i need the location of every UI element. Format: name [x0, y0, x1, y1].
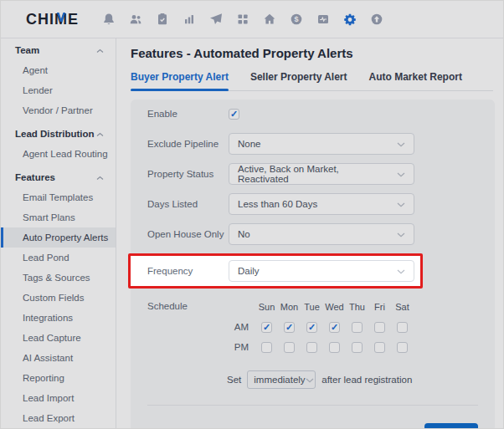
settings-sidebar: Team Agent Lender Vendor / Partner Lead …: [1, 38, 116, 428]
sidebar-section-features[interactable]: Features: [1, 167, 116, 187]
form-row-property-status: Property Status Active, Back on Market, …: [147, 163, 478, 185]
chime-logo[interactable]: CHIME: [26, 11, 79, 28]
chevron-up-icon: [96, 129, 104, 139]
item-label: Tags & Sources: [23, 273, 90, 283]
chevron-down-icon: [397, 169, 405, 179]
sidebar-item-email-templates[interactable]: Email Templates: [1, 187, 116, 207]
item-label: Lead Capture: [23, 333, 81, 343]
bar-chart-icon[interactable]: [183, 13, 196, 26]
pm-wed-checkbox[interactable]: [329, 342, 340, 353]
enable-label: Enable: [147, 109, 229, 119]
form-row-exclude-pipeline: Exclude Pipeline None: [147, 133, 478, 155]
days-listed-select[interactable]: Less than 60 Days: [229, 193, 414, 215]
item-label: Auto Property Alerts: [23, 232, 108, 243]
pm-sat-checkbox[interactable]: [397, 342, 408, 353]
gear-icon[interactable]: [343, 13, 357, 26]
days-listed-label: Days Listed: [147, 199, 229, 209]
sidebar-item-lead-import[interactable]: Lead Import: [1, 388, 116, 408]
am-fri-checkbox[interactable]: [374, 322, 385, 333]
sidebar-item-agent[interactable]: Agent: [1, 60, 116, 80]
dollar-icon[interactable]: $: [290, 13, 303, 26]
am-sun-checkbox[interactable]: [261, 322, 272, 333]
item-label: Lead Import: [23, 393, 74, 403]
am-tue-checkbox[interactable]: [306, 322, 317, 333]
pm-sun-checkbox[interactable]: [261, 342, 272, 353]
footer-divider: [147, 405, 478, 406]
sidebar-item-lead-pond[interactable]: Lead Pond: [1, 248, 116, 268]
apply-button[interactable]: Apply: [424, 423, 478, 429]
form-row-days-listed: Days Listed Less than 60 Days: [147, 193, 478, 215]
sidebar-item-reporting[interactable]: Reporting: [1, 368, 116, 388]
property-status-select[interactable]: Active, Back on Market, Reactivated: [229, 163, 414, 185]
dashboard-icon[interactable]: [236, 13, 249, 26]
sidebar-item-agent-lead-routing[interactable]: Agent Lead Routing: [1, 144, 116, 164]
am-wed-checkbox[interactable]: [329, 322, 340, 333]
chevron-down-icon: [397, 139, 405, 149]
selected-value: No: [238, 229, 250, 239]
send-icon[interactable]: [209, 13, 223, 26]
open-house-only-select[interactable]: No: [229, 223, 414, 245]
section-label: Lead Distribution: [15, 129, 95, 139]
item-label: Agent: [23, 65, 48, 75]
schedule-am-row: AM: [229, 317, 414, 337]
selected-value: Active, Back on Market, Reactivated: [238, 164, 392, 184]
frequency-label: Frequency: [147, 266, 229, 276]
set-prefix-text: Set: [227, 375, 241, 385]
bell-icon[interactable]: [102, 13, 116, 26]
day-header-sat: Sat: [391, 302, 414, 312]
chevron-up-icon: [96, 45, 104, 55]
selected-value: Daily: [238, 266, 260, 276]
item-label: Smart Plans: [23, 212, 75, 222]
sidebar-item-custom-fields[interactable]: Custom Fields: [1, 288, 116, 308]
sidebar-item-auto-property-alerts[interactable]: Auto Property Alerts: [1, 227, 116, 248]
item-label: Integrations: [23, 313, 73, 323]
home-icon[interactable]: [263, 13, 276, 26]
item-label: AI Assistant: [23, 353, 73, 363]
item-label: Lead Export: [23, 413, 75, 423]
sidebar-item-lead-capture[interactable]: Lead Capture: [1, 328, 116, 348]
sidebar-section-team[interactable]: Team: [1, 40, 116, 60]
sidebar-item-vendor-partner[interactable]: Vendor / Partner: [1, 100, 116, 120]
tasks-icon[interactable]: [156, 13, 169, 26]
sidebar-item-tags-sources[interactable]: Tags & Sources: [1, 268, 116, 288]
day-header-mon: Mon: [278, 302, 301, 312]
am-row-label: AM: [229, 322, 249, 332]
schedule-grid: Sun Mon Tue Wed Thu Fri Sat AM: [229, 297, 414, 357]
sidebar-section-lead-distribution[interactable]: Lead Distribution: [1, 124, 116, 144]
enable-checkbox[interactable]: [229, 109, 239, 120]
activity-icon[interactable]: [316, 13, 330, 26]
svg-text:$: $: [295, 15, 299, 23]
day-header-fri: Fri: [368, 302, 391, 312]
tab-buyer-property-alert[interactable]: Buyer Property Alert: [131, 71, 229, 90]
contacts-icon[interactable]: [129, 13, 142, 26]
sidebar-item-integrations[interactable]: Integrations: [1, 308, 116, 328]
sidebar-item-lender[interactable]: Lender: [1, 80, 116, 100]
chevron-down-icon: [306, 375, 314, 385]
tab-seller-property-alert[interactable]: Seller Property Alert: [250, 71, 347, 90]
main-content: Features - Automated Property Alerts Buy…: [116, 38, 503, 428]
top-icon-menu: $: [102, 13, 383, 26]
logo-m-accent: M: [54, 11, 68, 28]
registration-timing-select[interactable]: immediately: [247, 370, 316, 389]
tab-auto-market-report[interactable]: Auto Market Report: [369, 71, 462, 90]
chevron-down-icon: [397, 199, 405, 209]
frequency-select[interactable]: Daily: [229, 260, 414, 282]
item-label: Lender: [23, 85, 53, 95]
pm-row-label: PM: [229, 342, 249, 352]
arrow-up-circle-icon[interactable]: [370, 13, 383, 26]
logo-text-end: E: [68, 11, 79, 28]
pm-thu-checkbox[interactable]: [352, 342, 363, 353]
top-nav-bar: CHIME $: [1, 1, 503, 38]
sidebar-item-ai-assistant[interactable]: AI Assistant: [1, 348, 116, 368]
am-sat-checkbox[interactable]: [397, 322, 408, 333]
am-thu-checkbox[interactable]: [352, 322, 363, 333]
pm-fri-checkbox[interactable]: [374, 342, 385, 353]
exclude-pipeline-select[interactable]: None: [229, 133, 414, 155]
day-header-thu: Thu: [346, 302, 368, 312]
am-mon-checkbox[interactable]: [284, 322, 295, 333]
buyer-property-alert-form: Enable Exclude Pipeline None Property St…: [131, 100, 495, 429]
pm-mon-checkbox[interactable]: [284, 342, 295, 353]
pm-tue-checkbox[interactable]: [306, 342, 317, 353]
sidebar-item-lead-export[interactable]: Lead Export: [1, 408, 116, 428]
sidebar-item-smart-plans[interactable]: Smart Plans: [1, 207, 116, 227]
